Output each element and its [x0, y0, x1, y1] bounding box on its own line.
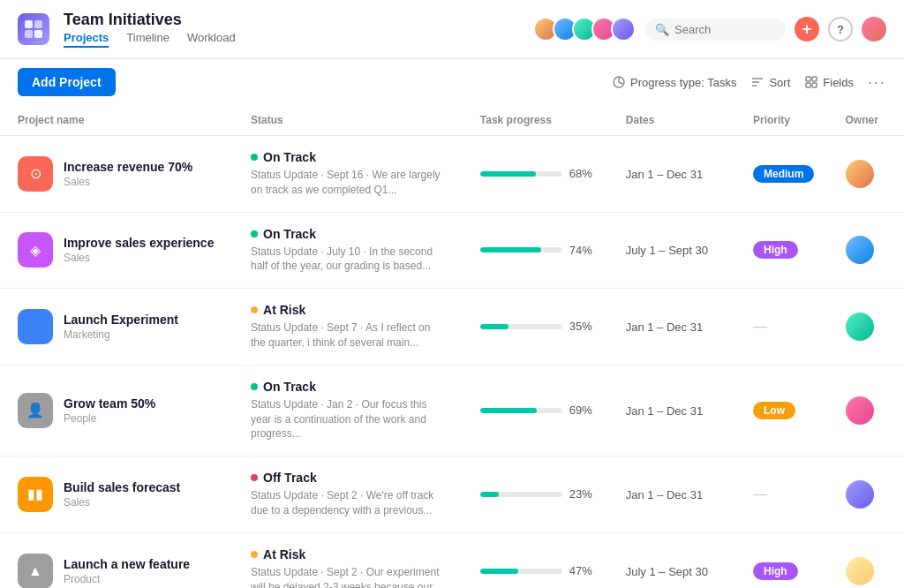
- progress-bar-fill: [480, 247, 541, 253]
- project-name: Improve sales experience: [64, 236, 214, 250]
- table-row[interactable]: 👤 Grow team 50% People On Track Status U…: [0, 365, 904, 456]
- priority-none: —: [753, 319, 767, 334]
- progress-bar-bg: [480, 569, 562, 574]
- progress-bar-container: 68%: [480, 167, 598, 180]
- priority-none: —: [753, 486, 767, 501]
- owner-avatar: [846, 557, 874, 585]
- nav-projects[interactable]: Projects: [64, 31, 109, 48]
- status-badge: At Risk: [251, 303, 452, 317]
- more-icon: ···: [868, 73, 886, 92]
- progress-bar-fill: [480, 569, 519, 574]
- status-text: On Track: [263, 150, 316, 164]
- status-text: At Risk: [263, 303, 305, 317]
- project-icon: ▮▮: [18, 477, 53, 512]
- status-dot: [251, 154, 258, 161]
- progress-bar-container: 47%: [480, 564, 598, 577]
- progress-bar-bg: [480, 408, 562, 413]
- svg-rect-0: [25, 20, 33, 28]
- col-status: Status: [237, 105, 466, 136]
- add-project-button[interactable]: Add Project: [18, 68, 116, 96]
- col-priority: Priority: [739, 105, 831, 136]
- svg-rect-2: [25, 30, 33, 38]
- project-category: Sales: [64, 252, 214, 264]
- progress-bar-bg: [480, 247, 562, 253]
- status-dot: [251, 383, 258, 390]
- svg-rect-3: [34, 30, 42, 38]
- owner-avatar: [846, 396, 874, 425]
- table-row[interactable]: ▮▮ Build sales forecast Sales Off Track …: [0, 456, 904, 533]
- search-box[interactable]: 🔍: [644, 19, 786, 41]
- status-dot: [251, 306, 258, 313]
- project-name: Launch Experiment: [64, 313, 178, 327]
- help-button[interactable]: ?: [828, 17, 853, 41]
- priority-badge: Low: [753, 402, 795, 419]
- progress-bar-container: 23%: [480, 487, 598, 501]
- projects-table: Project name Status Task progress Dates …: [0, 105, 904, 588]
- project-cell: Launch Experiment Marketing: [18, 309, 222, 344]
- nav-workload[interactable]: Workload: [187, 31, 236, 48]
- progress-bar-fill: [480, 408, 537, 413]
- project-icon: ▲: [18, 554, 53, 588]
- progress-percentage: 74%: [569, 244, 598, 257]
- project-cell: ▲ Launch a new feature Product: [18, 554, 222, 588]
- dates: Jan 1 – Dec 31: [626, 320, 703, 334]
- more-options[interactable]: ···: [868, 73, 886, 92]
- project-category: Marketing: [64, 328, 178, 341]
- status-cell: On Track Status Update · July 10 · In th…: [251, 227, 452, 275]
- fields-label: Fields: [823, 76, 854, 89]
- status-cell: On Track Status Update · Sept 16 · We ar…: [251, 150, 452, 198]
- col-project-name: Project name: [0, 105, 237, 136]
- progress-bar-bg: [480, 492, 562, 497]
- fields-icon: [804, 75, 818, 89]
- project-cell: ▮▮ Build sales forecast Sales: [18, 477, 222, 512]
- owner-avatar: [846, 313, 874, 341]
- add-button[interactable]: +: [795, 17, 819, 41]
- status-update: Status Update · Sept 16 · We are largely…: [251, 168, 445, 198]
- priority-badge: High: [753, 241, 798, 259]
- progress-type-icon: [612, 75, 626, 89]
- project-cell: ⊙ Increase revenue 70% Sales: [18, 156, 222, 192]
- priority-badge: High: [753, 562, 798, 580]
- col-task-progress: Task progress: [466, 105, 612, 136]
- progress-bar-fill: [480, 324, 509, 329]
- sort-option[interactable]: Sort: [750, 75, 790, 89]
- owner-avatar: [846, 236, 874, 264]
- status-update: Status Update · Sept 2 · We're off track…: [251, 488, 445, 518]
- project-category: Product: [64, 573, 190, 585]
- project-category: People: [64, 412, 155, 425]
- app-title: Team Initiatives: [64, 11, 519, 29]
- fields-option[interactable]: Fields: [804, 75, 854, 89]
- status-badge: Off Track: [251, 471, 452, 485]
- project-icon: 👤: [18, 393, 53, 428]
- col-dates: Dates: [612, 105, 739, 136]
- status-update: Status Update · Jan 2 · Our focus this y…: [251, 397, 445, 441]
- status-dot: [251, 474, 258, 481]
- header-nav: Projects Timeline Workload: [64, 31, 519, 48]
- progress-percentage: 68%: [569, 167, 598, 180]
- header: Team Initiatives Projects Timeline Workl…: [0, 0, 904, 59]
- app-icon: [18, 13, 49, 45]
- nav-timeline[interactable]: Timeline: [126, 31, 170, 48]
- project-icon: ⊙: [18, 156, 53, 192]
- table-row[interactable]: Launch Experiment Marketing At Risk Stat…: [0, 289, 904, 366]
- status-text: Off Track: [263, 471, 317, 485]
- user-avatar: [862, 17, 886, 41]
- svg-rect-1: [34, 20, 42, 28]
- table-row[interactable]: ◈ Improve sales experience Sales On Trac…: [0, 212, 904, 289]
- col-owner: Owner: [832, 105, 905, 136]
- header-right: 🔍 + ?: [533, 17, 886, 41]
- search-icon: 🔍: [655, 23, 669, 36]
- toolbar-right: Progress type: Tasks Sort Fields ···: [612, 73, 886, 92]
- progress-bar-fill: [480, 492, 499, 497]
- status-cell: On Track Status Update · Jan 2 · Our foc…: [251, 380, 452, 441]
- table-row[interactable]: ▲ Launch a new feature Product At Risk S…: [0, 532, 904, 588]
- table-row[interactable]: ⊙ Increase revenue 70% Sales On Track St…: [0, 136, 904, 213]
- search-input[interactable]: [674, 23, 763, 36]
- owner-avatar: [846, 160, 874, 188]
- team-avatars: [533, 17, 636, 41]
- dates: Jan 1 – Dec 31: [626, 168, 703, 181]
- progress-type-option[interactable]: Progress type: Tasks: [612, 75, 736, 89]
- project-category: Sales: [64, 176, 192, 188]
- project-name: Increase revenue 70%: [64, 160, 192, 174]
- project-cell: ◈ Improve sales experience Sales: [18, 232, 222, 268]
